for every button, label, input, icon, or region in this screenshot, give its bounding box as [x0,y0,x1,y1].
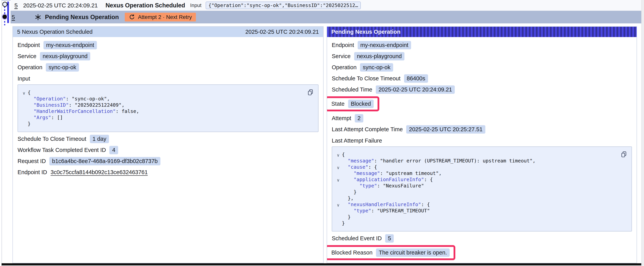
json-line: ∨ "cause": { [334,164,620,170]
collapse-chevron-icon [20,121,28,128]
field-row: Last Attempt Complete Time 2025-02-25 UT… [332,125,632,134]
collapse-chevron-icon[interactable]: ∨ [334,152,342,158]
field-value-badge: 4 [109,146,118,154]
pending-panel-header: Pending Nexus Operation [327,27,636,37]
state-annotation-box: State Blocked [327,96,379,111]
blocked-reason-value-badge: The circuit breaker is open. [376,248,450,257]
field-label: Scheduled Event ID [332,235,382,242]
field-row: Operation sync-op-ok [18,63,318,72]
field-value-badge: 2 [355,114,363,122]
collapse-chevron-icon [20,115,28,121]
collapse-chevron-icon[interactable]: ∨ [20,90,28,96]
failure-json-block: ∨{ "message": "handler error (UPSTREAM_T… [332,146,632,231]
json-line: ∨ "applicationFailureInfo": { [334,176,620,183]
field-value-badge: my-nexus-endpoint [358,41,411,49]
input-section-label: Input [18,75,318,82]
endpoint-id-link[interactable]: 3c0c75ccfa8144b092c13ce632463761 [51,169,148,175]
retry-icon [129,14,135,21]
field-label: Endpoint ID [18,169,47,175]
field-value-badge: 5 [385,234,394,242]
json-line: "message": "handler error (UPSTREAM_TIME… [334,158,620,164]
event-marker-connector [7,4,8,5]
event-input-preview-badge[interactable]: {"Operation":"sync-op-ok","BusinessID":"… [206,2,361,9]
field-label: Workflow Task Completed Event ID [18,147,106,153]
event-timestamp: 2025-02-25 UTC 20:24:09.21 [23,2,98,9]
event-detail-panel: 5 Nexus Operation Scheduled 2025-02-25 U… [12,26,324,263]
retry-badge-label: Attempt 2 · Next Retry [138,14,192,20]
field-value-badge: my-nexus-endpoint [44,41,97,49]
field-row: Schedule To Close Timeout 86400s [332,74,632,83]
field-row: Attempt 2 [332,114,632,122]
blocked-reason-row: Blocked Reason The circuit breaker is op… [332,245,632,260]
json-line: } [20,121,306,127]
scrollbar[interactable] [641,0,644,266]
collapse-chevron-icon [334,171,342,177]
event-history-row-scheduled[interactable]: 5 2025-02-25 UTC 20:24:09.21 Nexus Opera… [10,0,641,11]
field-label: Schedule To Close Timeout [332,75,400,82]
event-detail-timestamp: 2025-02-25 UTC 20:24:09.21 [246,29,319,35]
json-line: ∨{ [20,90,306,96]
json-line: "HandlerWaitForCancellation": false, [20,108,306,114]
input-json-block: ∨{ "Operation": "sync-op-ok", "BusinessI… [18,84,318,132]
json-line: ∨{ [334,152,620,158]
field-value-badge: sync-op-ok [360,63,393,72]
json-line: } [334,220,620,226]
pending-fields-top: Endpoint my-nexus-endpoint Service nexus… [332,41,632,94]
field-value-badge: 1 day [90,135,109,143]
field-row: Schedule To Close Timeout 1 day [18,135,318,143]
event-input-label: Input [190,2,202,9]
field-row: Request ID b1c6a4bc-8ee7-468a-9169-df3b0… [18,157,318,165]
json-line: ∨ "nexusHandlerFailureInfo": { [334,201,620,208]
field-label: State [331,101,344,107]
field-value-badge: 86400s [404,74,428,83]
field-row: Service nexus-playground [332,52,632,61]
event-detail-header: 5 Nexus Operation Scheduled 2025-02-25 U… [13,27,323,37]
collapse-chevron-icon [334,190,342,196]
state-value-badge: Blocked [348,100,374,108]
event-id-link[interactable]: 5 [14,2,18,9]
field-label: Schedule To Close Timeout [18,136,86,142]
workflow-history-view: 5 2025-02-25 UTC 20:24:09.21 Nexus Opera… [0,0,644,266]
copy-icon[interactable] [307,89,314,96]
field-value-badge: nexus-playground [354,52,405,61]
field-label: Endpoint [332,42,354,48]
pending-operation-row[interactable]: 5 Pending Nexus Operation Attempt 2 · Ne… [10,11,641,24]
json-line: "Operation": "sync-op-ok", [20,96,306,102]
collapse-chevron-icon [334,214,342,221]
collapse-chevron-icon [334,208,342,214]
event-group-indicator-bar [7,2,9,23]
pending-fields-bottom: Scheduled Event ID 5 [332,234,632,242]
json-line: "message": "upstream timeout", [334,170,620,176]
collapse-chevron-icon [20,96,28,103]
json-line: "type": "UPSTREAM_TIMEOUT" [334,208,620,214]
field-row: Endpoint my-nexus-endpoint [18,41,318,49]
failure-json-code: ∨{ "message": "handler error (UPSTREAM_T… [334,152,620,226]
collapse-chevron-icon[interactable]: ∨ [334,165,342,171]
json-line: "BusinessID": "20250225122409", [20,102,306,108]
collapse-chevron-icon[interactable]: ∨ [334,202,342,208]
field-value-badge: b1c6a4bc-8ee7-468a-9169-df3b02c8737b [49,157,160,165]
json-line: }, [334,195,620,201]
collapse-chevron-icon [334,221,342,227]
failure-section-label: Last Attempt Failure [332,137,632,144]
pending-operation-panel: Pending Nexus Operation Endpoint my-nexu… [327,26,637,263]
copy-icon[interactable] [620,151,627,158]
field-row: Scheduled Time 2025-02-25 UTC 20:24:09.2… [332,85,632,94]
pending-marker-filled-dot-icon [2,15,7,19]
field-value-badge: sync-op-ok [46,63,79,72]
field-row: Operation sync-op-ok [332,63,632,72]
field-value-badge: 2025-02-25 UTC 20:25:27.51 [406,125,485,134]
json-line: } [334,189,620,195]
field-label: Operation [18,64,42,71]
collapse-chevron-icon[interactable]: ∨ [334,177,342,183]
retry-status-badge: Attempt 2 · Next Retry [125,13,196,22]
bottom-divider [2,263,642,265]
pending-operation-title: Pending Nexus Operation [45,14,119,21]
field-label: Service [332,53,351,60]
state-row: State Blocked [332,96,632,111]
field-label: Endpoint [18,42,40,48]
field-label: Last Attempt Complete Time [332,126,403,133]
blocked-reason-annotation-box: Blocked Reason The circuit breaker is op… [327,245,455,260]
pending-id-link[interactable]: 5 [12,14,15,21]
field-value-badge: nexus-playground [40,52,90,61]
